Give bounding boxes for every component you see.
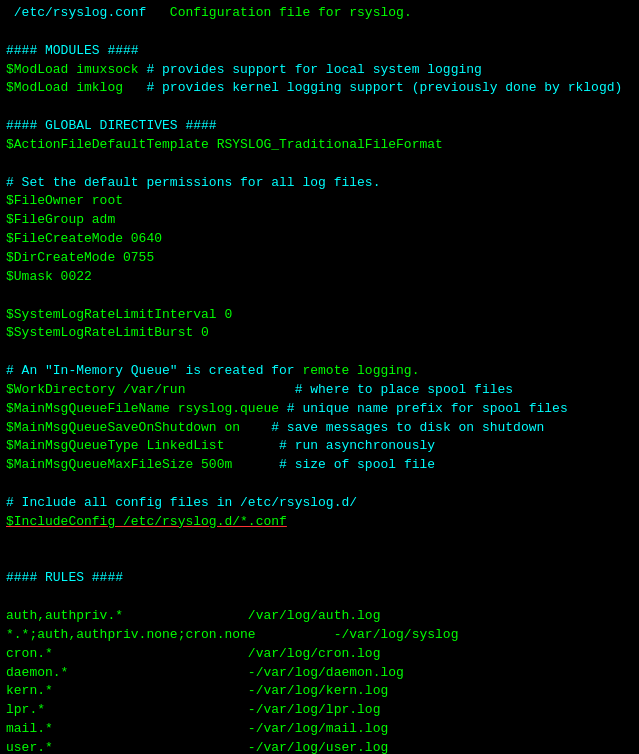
terminal-line: auth,authpriv.* /var/log/auth.log: [6, 607, 633, 626]
terminal-line: $MainMsgQueueType LinkedList # run async…: [6, 437, 633, 456]
terminal-line: kern.* -/var/log/kern.log: [6, 682, 633, 701]
terminal-line: $MainMsgQueueSaveOnShutdown on # save me…: [6, 419, 633, 438]
terminal-line: $ModLoad imklog # provides kernel loggin…: [6, 79, 633, 98]
terminal-line: mail.* -/var/log/mail.log: [6, 720, 633, 739]
terminal-line: #### GLOBAL DIRECTIVES ####: [6, 117, 633, 136]
terminal-line: [6, 98, 633, 117]
terminal-line: lpr.* -/var/log/lpr.log: [6, 701, 633, 720]
terminal-line: $SystemLogRateLimitBurst 0: [6, 324, 633, 343]
terminal-line: *.*;auth,authpriv.none;cron.none -/var/l…: [6, 626, 633, 645]
terminal-line: cron.* /var/log/cron.log: [6, 645, 633, 664]
terminal-line: # Include all config files in /etc/rsysl…: [6, 494, 633, 513]
terminal-line: [6, 475, 633, 494]
terminal-line: [6, 588, 633, 607]
terminal-line: $MainMsgQueueMaxFileSize 500m # size of …: [6, 456, 633, 475]
terminal-line: $Umask 0022: [6, 268, 633, 287]
terminal-line: $ModLoad imuxsock # provides support for…: [6, 61, 633, 80]
terminal-line: daemon.* -/var/log/daemon.log: [6, 664, 633, 683]
terminal-line: [6, 532, 633, 551]
terminal-line: [6, 550, 633, 569]
terminal-window: /etc/rsyslog.conf Configuration file for…: [0, 0, 639, 754]
terminal-line: $ActionFileDefaultTemplate RSYSLOG_Tradi…: [6, 136, 633, 155]
terminal-line: #### MODULES ####: [6, 42, 633, 61]
terminal-line: /etc/rsyslog.conf Configuration file for…: [6, 4, 633, 23]
terminal-line: user.* -/var/log/user.log: [6, 739, 633, 754]
terminal-line: $SystemLogRateLimitInterval 0: [6, 306, 633, 325]
terminal-line: # Set the default permissions for all lo…: [6, 174, 633, 193]
terminal-line: $DirCreateMode 0755: [6, 249, 633, 268]
terminal-line: [6, 23, 633, 42]
terminal-line: $FileOwner root: [6, 192, 633, 211]
terminal-line: $MainMsgQueueFileName rsyslog.queue # un…: [6, 400, 633, 419]
terminal-line: #### RULES ####: [6, 569, 633, 588]
terminal-line: $FileCreateMode 0640: [6, 230, 633, 249]
terminal-line: $IncludeConfig /etc/rsyslog.d/*.conf: [6, 513, 633, 532]
terminal-line: $WorkDirectory /var/run # where to place…: [6, 381, 633, 400]
terminal-line: [6, 287, 633, 306]
terminal-line: # An "In-Memory Queue" is created for re…: [6, 362, 633, 381]
terminal-line: [6, 343, 633, 362]
terminal-line: $FileGroup adm: [6, 211, 633, 230]
terminal-line: [6, 155, 633, 174]
